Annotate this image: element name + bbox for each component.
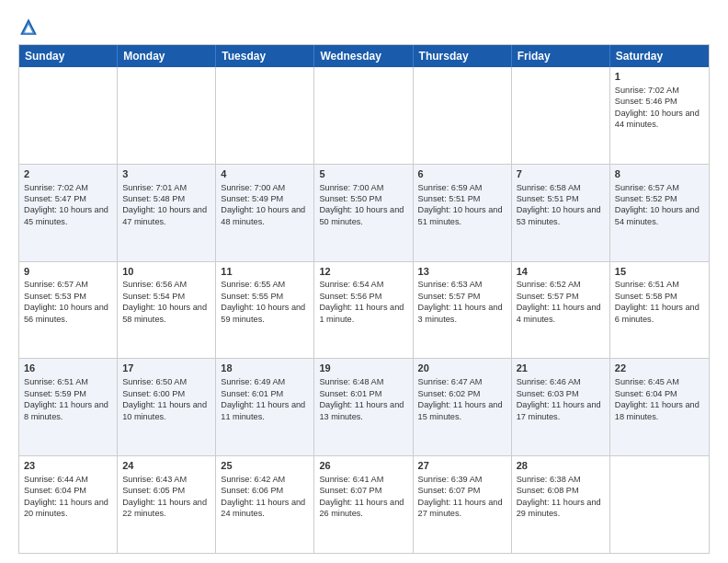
- day-info-line: Daylight: 10 hours and 56 minutes.: [24, 302, 112, 325]
- day-info-line: Sunrise: 6:47 AM: [418, 376, 506, 387]
- day-info-line: Sunset: 6:02 PM: [418, 388, 506, 399]
- calendar-row: 9Sunrise: 6:57 AMSunset: 5:53 PMDaylight…: [19, 261, 709, 359]
- day-info-line: Sunrise: 6:58 AM: [517, 182, 605, 193]
- day-info-line: Daylight: 10 hours and 44 minutes.: [615, 108, 704, 131]
- day-number: 11: [221, 265, 309, 279]
- day-info-line: Sunrise: 7:02 AM: [615, 85, 704, 96]
- day-info-line: Sunset: 5:51 PM: [517, 193, 605, 204]
- calendar-day-cell: 26Sunrise: 6:41 AMSunset: 6:07 PMDayligh…: [314, 456, 413, 553]
- day-info-line: Daylight: 11 hours and 1 minute.: [319, 302, 407, 325]
- day-info-line: Sunrise: 6:46 AM: [517, 376, 605, 387]
- day-info-line: Sunset: 6:05 PM: [122, 485, 210, 496]
- day-info-line: Sunrise: 6:57 AM: [615, 182, 704, 193]
- day-number: 9: [24, 265, 112, 279]
- calendar-header: SundayMondayTuesdayWednesdayThursdayFrid…: [19, 45, 709, 67]
- day-info-line: Daylight: 10 hours and 50 minutes.: [319, 204, 407, 227]
- calendar-day-cell: 5Sunrise: 7:00 AMSunset: 5:50 PMDaylight…: [314, 165, 413, 261]
- day-info-line: Sunrise: 6:48 AM: [319, 376, 407, 387]
- weekday-header: Tuesday: [216, 45, 314, 67]
- weekday-header: Thursday: [414, 45, 512, 67]
- calendar-day-cell: 22Sunrise: 6:45 AMSunset: 6:04 PMDayligh…: [610, 359, 709, 455]
- day-info-line: Sunrise: 6:45 AM: [615, 376, 704, 387]
- day-info-line: Daylight: 11 hours and 24 minutes.: [221, 497, 309, 520]
- weekday-header: Wednesday: [314, 45, 413, 67]
- day-number: 2: [24, 167, 112, 181]
- logo: [18, 17, 40, 37]
- day-number: 27: [418, 459, 506, 473]
- day-info-line: Sunset: 5:47 PM: [24, 193, 112, 204]
- day-info-line: Sunrise: 7:02 AM: [24, 182, 112, 193]
- calendar-day-cell: 16Sunrise: 6:51 AMSunset: 5:59 PMDayligh…: [19, 359, 118, 455]
- empty-cell: [512, 67, 610, 164]
- day-info-line: Sunrise: 6:52 AM: [517, 279, 605, 290]
- day-info-line: Sunset: 5:46 PM: [615, 96, 704, 107]
- day-info-line: Sunset: 5:53 PM: [24, 291, 112, 302]
- calendar-day-cell: 14Sunrise: 6:52 AMSunset: 5:57 PMDayligh…: [512, 262, 610, 359]
- day-info-line: Daylight: 10 hours and 54 minutes.: [615, 204, 704, 227]
- weekday-header: Monday: [118, 45, 216, 67]
- weekday-header: Saturday: [610, 45, 709, 67]
- calendar-day-cell: 6Sunrise: 6:59 AMSunset: 5:51 PMDaylight…: [414, 165, 512, 261]
- day-info-line: Sunset: 5:49 PM: [221, 193, 309, 204]
- day-number: 4: [221, 167, 309, 181]
- calendar-day-cell: 7Sunrise: 6:58 AMSunset: 5:51 PMDaylight…: [512, 165, 610, 261]
- day-info-line: Daylight: 11 hours and 26 minutes.: [319, 497, 407, 520]
- calendar-day-cell: 1Sunrise: 7:02 AMSunset: 5:46 PMDaylight…: [610, 67, 709, 164]
- day-info-line: Sunset: 5:59 PM: [24, 388, 112, 399]
- page: SundayMondayTuesdayWednesdayThursdayFrid…: [0, 0, 728, 563]
- day-info-line: Daylight: 11 hours and 18 minutes.: [615, 399, 704, 422]
- calendar-day-cell: 23Sunrise: 6:44 AMSunset: 6:04 PMDayligh…: [19, 456, 118, 553]
- day-info-line: Sunset: 6:04 PM: [24, 485, 112, 496]
- empty-cell: [216, 67, 314, 164]
- calendar-day-cell: 15Sunrise: 6:51 AMSunset: 5:58 PMDayligh…: [610, 262, 709, 359]
- day-info-line: Sunrise: 6:43 AM: [122, 474, 210, 485]
- day-info-line: Sunset: 6:00 PM: [122, 388, 210, 399]
- calendar-day-cell: 3Sunrise: 7:01 AMSunset: 5:48 PMDaylight…: [118, 165, 216, 261]
- calendar-day-cell: 4Sunrise: 7:00 AMSunset: 5:49 PMDaylight…: [216, 165, 314, 261]
- calendar-day-cell: 13Sunrise: 6:53 AMSunset: 5:57 PMDayligh…: [414, 262, 512, 359]
- day-info-line: Sunrise: 6:51 AM: [615, 279, 704, 290]
- day-info-line: Sunset: 5:58 PM: [615, 291, 704, 302]
- calendar-row: 23Sunrise: 6:44 AMSunset: 6:04 PMDayligh…: [19, 455, 709, 553]
- day-info-line: Daylight: 11 hours and 3 minutes.: [418, 302, 506, 325]
- day-info-line: Daylight: 11 hours and 6 minutes.: [615, 302, 704, 325]
- calendar-day-cell: 8Sunrise: 6:57 AMSunset: 5:52 PMDaylight…: [610, 165, 709, 261]
- day-info-line: Daylight: 10 hours and 45 minutes.: [24, 204, 112, 227]
- day-number: 16: [24, 362, 112, 375]
- calendar-day-cell: 2Sunrise: 7:02 AMSunset: 5:47 PMDaylight…: [19, 165, 118, 261]
- day-info-line: Daylight: 11 hours and 13 minutes.: [319, 399, 407, 422]
- empty-cell: [19, 67, 118, 164]
- empty-cell: [414, 67, 512, 164]
- calendar-day-cell: 27Sunrise: 6:39 AMSunset: 6:07 PMDayligh…: [414, 456, 512, 553]
- header: [18, 17, 710, 37]
- calendar-day-cell: 10Sunrise: 6:56 AMSunset: 5:54 PMDayligh…: [118, 262, 216, 359]
- day-number: 3: [122, 167, 210, 181]
- calendar-day-cell: 25Sunrise: 6:42 AMSunset: 6:06 PMDayligh…: [216, 456, 314, 553]
- day-number: 26: [319, 459, 407, 473]
- day-info-line: Sunrise: 6:56 AM: [122, 279, 210, 290]
- day-info-line: Daylight: 11 hours and 15 minutes.: [418, 399, 506, 422]
- day-info-line: Daylight: 10 hours and 48 minutes.: [221, 204, 309, 227]
- day-number: 8: [615, 167, 704, 181]
- day-info-line: Sunset: 6:01 PM: [319, 388, 407, 399]
- day-info-line: Sunset: 5:57 PM: [418, 291, 506, 302]
- day-number: 23: [24, 459, 112, 473]
- day-info-line: Sunrise: 7:01 AM: [122, 182, 210, 193]
- day-info-line: Sunrise: 6:42 AM: [221, 474, 309, 485]
- day-info-line: Sunrise: 7:00 AM: [221, 182, 309, 193]
- calendar-day-cell: 11Sunrise: 6:55 AMSunset: 5:55 PMDayligh…: [216, 262, 314, 359]
- day-number: 1: [615, 70, 704, 84]
- day-info-line: Sunrise: 6:50 AM: [122, 376, 210, 387]
- day-info-line: Daylight: 10 hours and 47 minutes.: [122, 204, 210, 227]
- day-number: 18: [221, 362, 309, 375]
- day-info-line: Sunrise: 6:51 AM: [24, 376, 112, 387]
- day-info-line: Sunrise: 6:38 AM: [517, 474, 605, 485]
- day-info-line: Sunrise: 6:53 AM: [418, 279, 506, 290]
- calendar-row: 2Sunrise: 7:02 AMSunset: 5:47 PMDaylight…: [19, 164, 709, 261]
- empty-cell: [118, 67, 216, 164]
- day-info-line: Daylight: 11 hours and 17 minutes.: [517, 399, 605, 422]
- day-number: 19: [319, 362, 407, 375]
- day-info-line: Daylight: 10 hours and 59 minutes.: [221, 302, 309, 325]
- day-info-line: Sunrise: 6:41 AM: [319, 474, 407, 485]
- empty-cell: [314, 67, 413, 164]
